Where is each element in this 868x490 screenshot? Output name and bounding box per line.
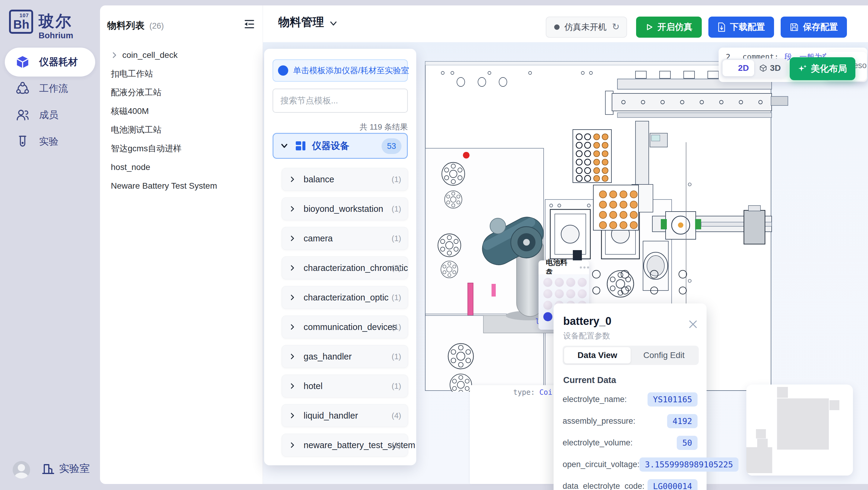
node-info-card: type: Coi bbox=[470, 385, 555, 484]
category-characterization-optic[interactable]: characterization_optic (1) bbox=[282, 286, 408, 309]
template-hint-text: 单击模板添加仪器/耗材至实验室 bbox=[293, 65, 409, 76]
type-value: Coi bbox=[539, 388, 552, 397]
field-row: electrolyte_volume: 50 bbox=[563, 432, 698, 454]
field-row: assembly_pressure: 4192 bbox=[563, 410, 698, 432]
view-2d-button[interactable]: 2D bbox=[722, 60, 754, 76]
category-hotel[interactable]: hotel (1) bbox=[282, 375, 408, 398]
list-item-label: 电池测试工站 bbox=[111, 124, 161, 136]
collapse-panel-icon[interactable] bbox=[243, 18, 256, 31]
category-neware-battery-test-system[interactable]: neware_battery_test_system (1) bbox=[282, 434, 408, 457]
search-input[interactable] bbox=[273, 89, 408, 113]
field-label: electrolyte_volume: bbox=[563, 438, 633, 448]
list-item[interactable]: 扣电工作站 bbox=[111, 64, 255, 83]
chevron-right-icon bbox=[289, 205, 296, 212]
app-root: 107 Bh 玻尔 Bohrium 仪器耗材 工作流 bbox=[0, 0, 868, 490]
category-label: communication_devices bbox=[304, 322, 397, 332]
category-count: (1) bbox=[392, 440, 401, 450]
brand-name-en: Bohrium bbox=[38, 31, 73, 40]
category-bioyond-workstation[interactable]: bioyond_workstation (1) bbox=[282, 197, 408, 220]
download-config-button[interactable]: 下载配置 bbox=[708, 17, 774, 38]
sidebar-item-label: 工作流 bbox=[39, 82, 68, 95]
category-characterization-chromatic[interactable]: characterization_chromatic (2) bbox=[282, 256, 408, 279]
list-item-label: coin_cell_deck bbox=[122, 50, 178, 60]
template-hint-banner: i 单击模板添加仪器/耗材至实验室 bbox=[273, 59, 408, 82]
sidebar-item-instruments[interactable]: 仪器耗材 bbox=[5, 48, 95, 77]
field-row: electrolyte_name: YS101165 bbox=[563, 388, 698, 410]
view-3d-button[interactable]: 3D bbox=[754, 60, 786, 76]
category-count: (1) bbox=[392, 352, 401, 361]
panel-divider bbox=[262, 5, 263, 484]
view-mode-toggle: 2D 3D bbox=[721, 58, 787, 78]
cube-icon bbox=[16, 55, 30, 69]
field-label: open_circuit_voltage: bbox=[563, 460, 640, 469]
close-icon[interactable] bbox=[688, 319, 698, 329]
group-instrument-devices[interactable]: 仪器设备 53 bbox=[273, 133, 408, 159]
list-item[interactable]: 电池测试工站 bbox=[111, 120, 255, 139]
minimap[interactable] bbox=[746, 384, 853, 475]
list-item-label: host_node bbox=[111, 163, 150, 172]
results-count: 共 119 条结果 bbox=[273, 122, 408, 132]
grid-2d-icon bbox=[728, 64, 735, 72]
status-label: 仿真未开机 bbox=[564, 21, 607, 33]
list-item[interactable]: host_node bbox=[111, 158, 255, 177]
list-item[interactable]: coin_cell_deck bbox=[111, 46, 255, 64]
category-label: camera bbox=[304, 234, 333, 243]
sidebar-item-label: 仪器耗材 bbox=[39, 55, 78, 69]
sidebar-item-workflow[interactable]: 工作流 bbox=[5, 74, 95, 103]
page-title-row[interactable]: 物料管理 bbox=[278, 15, 338, 30]
bohrium-logo[interactable]: 107 Bh bbox=[9, 10, 33, 34]
view-2d-label: 2D bbox=[738, 63, 749, 73]
beautify-layout-label: 美化布局 bbox=[811, 63, 847, 75]
chevron-right-icon bbox=[289, 324, 296, 330]
field-label: electrolyte_name: bbox=[563, 395, 627, 404]
list-item-label: 智达gcms自动进样 bbox=[111, 143, 182, 154]
category-count: (1) bbox=[392, 204, 401, 214]
field-row: data_electrolyte_code: LG000014 bbox=[563, 475, 698, 490]
list-item[interactable]: Neware Battery Test System bbox=[111, 177, 255, 195]
save-config-button[interactable]: 保存配置 bbox=[781, 17, 847, 38]
sidebar-footer: 实验室 bbox=[0, 454, 100, 490]
material-list: coin_cell_deck 扣电工作站 配液分液工站 核磁400M 电池测试工… bbox=[111, 46, 255, 195]
chevron-right-icon bbox=[289, 383, 296, 390]
field-value: 50 bbox=[677, 436, 698, 450]
field-value: YS101165 bbox=[648, 392, 698, 406]
more-options-icon[interactable] bbox=[580, 266, 589, 268]
tab-data-view[interactable]: Data View bbox=[564, 347, 631, 364]
category-camera[interactable]: camera (1) bbox=[282, 227, 408, 250]
category-balance[interactable]: balance (1) bbox=[282, 168, 408, 191]
category-count: (1) bbox=[392, 293, 401, 302]
category-communication-devices[interactable]: communication_devices (1) bbox=[282, 316, 408, 339]
category-label: characterization_optic bbox=[304, 293, 389, 302]
sparkles-icon bbox=[798, 64, 807, 73]
material-list-title: 物料列表 bbox=[107, 19, 145, 32]
sidebar-item-members[interactable]: 成员 bbox=[5, 100, 95, 129]
category-count: (2) bbox=[392, 263, 401, 273]
material-list-header: 物料列表 (26) bbox=[107, 19, 164, 32]
category-label: balance bbox=[304, 174, 334, 184]
beautify-layout-button[interactable]: 美化布局 bbox=[790, 57, 855, 80]
category-count: (4) bbox=[392, 411, 401, 421]
lab-link[interactable]: 实验室 bbox=[41, 462, 90, 475]
list-item[interactable]: 核磁400M bbox=[111, 102, 255, 120]
status-dot-icon bbox=[554, 24, 560, 30]
start-simulation-label: 开启仿真 bbox=[657, 21, 692, 33]
list-item[interactable]: 配液分液工站 bbox=[111, 83, 255, 102]
field-value: LG000014 bbox=[648, 479, 698, 490]
refresh-icon[interactable]: ↻ bbox=[612, 21, 620, 32]
tab-config-edit[interactable]: Config Edit bbox=[631, 347, 697, 364]
field-label: data_electrolyte_code: bbox=[563, 482, 645, 490]
field-label: assembly_pressure: bbox=[563, 416, 636, 426]
list-item-label: 核磁400M bbox=[111, 106, 149, 117]
sidebar-item-experiments[interactable]: 实验 bbox=[5, 127, 95, 156]
avatar[interactable] bbox=[13, 461, 30, 479]
sidebar: 107 Bh 玻尔 Bohrium 仪器耗材 工作流 bbox=[0, 0, 100, 490]
list-item[interactable]: 智达gcms自动进样 bbox=[111, 139, 255, 158]
popup-field-list: electrolyte_name: YS101165 assembly_pres… bbox=[563, 388, 698, 490]
category-liquid-handler[interactable]: liquid_handler (4) bbox=[282, 404, 408, 427]
chevron-down-icon bbox=[280, 142, 288, 150]
start-simulation-button[interactable]: 开启仿真 bbox=[636, 17, 702, 38]
selected-battery-dot bbox=[543, 312, 552, 321]
save-config-label: 保存配置 bbox=[803, 21, 838, 33]
category-gas-handler[interactable]: gas_handler (1) bbox=[282, 345, 408, 368]
group-count-badge: 53 bbox=[381, 138, 401, 154]
